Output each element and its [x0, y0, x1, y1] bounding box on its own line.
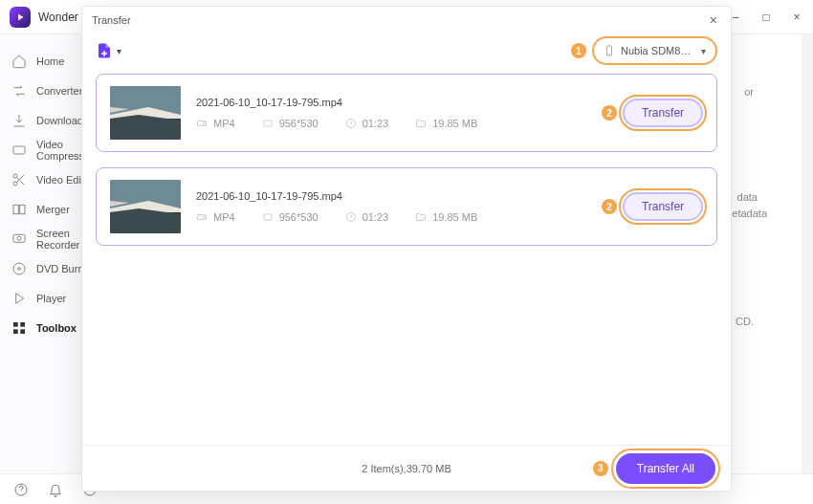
sidebar-item-label: Toolbox	[36, 322, 77, 334]
video-thumbnail	[110, 180, 181, 233]
step-badge-1: 1	[571, 43, 586, 58]
window-maximize-button[interactable]: □	[759, 11, 773, 24]
file-meta: 2021-06-10_10-17-19-795.mp4 MP4 956*530 …	[196, 190, 586, 223]
file-resolution: 956*530	[262, 118, 319, 129]
file-summary: 2 Item(s),39.70 MB	[362, 463, 451, 474]
svg-rect-12	[13, 329, 18, 334]
merge-icon	[11, 202, 27, 217]
dialog-close-button[interactable]: ×	[706, 11, 721, 30]
help-icon[interactable]	[13, 482, 29, 497]
sidebar-item-label: Merger	[36, 204, 70, 215]
svg-point-6	[17, 236, 21, 240]
transfer-button[interactable]: Transfer	[623, 99, 703, 127]
file-name: 2021-06-10_10-17-19-795.mp4	[196, 97, 586, 108]
file-resolution: 956*530	[262, 211, 319, 223]
svg-rect-13	[20, 329, 25, 334]
window-close-button[interactable]: ×	[790, 11, 803, 24]
svg-rect-5	[13, 234, 25, 242]
dimensions-icon	[262, 118, 274, 129]
dialog-toolbar: ▾ 1 Nubia SDM845-… ▾	[82, 33, 731, 68]
dialog-header: Transfer ×	[82, 7, 731, 33]
folder-icon	[415, 211, 427, 223]
app-brand: Wonder	[38, 11, 78, 24]
download-icon	[11, 113, 27, 128]
dialog-body: 2021-06-10_10-17-19-795.mp4 MP4 956*530 …	[82, 68, 731, 445]
app-logo	[10, 7, 31, 28]
chevron-down-icon: ▾	[117, 46, 121, 56]
bg-text: or	[744, 86, 754, 98]
convert-icon	[11, 83, 27, 99]
svg-rect-26	[198, 215, 205, 220]
scissors-icon	[11, 172, 27, 187]
bg-text: CD.	[736, 316, 754, 327]
file-format: MP4	[196, 211, 235, 223]
file-duration: 01:23	[345, 211, 389, 223]
step-badge-3: 3	[593, 461, 608, 476]
file-duration: 01:23	[345, 118, 389, 129]
file-row[interactable]: 2021-06-10_10-17-19-795.mp4 MP4 956*530 …	[96, 74, 717, 152]
file-row[interactable]: 2021-06-10_10-17-19-795.mp4 MP4 956*530 …	[96, 167, 717, 246]
record-icon	[11, 231, 27, 247]
disc-icon	[11, 261, 27, 276]
dialog-footer: 2 Item(s),39.70 MB 3 Transfer All	[82, 445, 731, 491]
camera-icon	[196, 211, 208, 223]
svg-rect-0	[13, 146, 25, 154]
dimensions-icon	[262, 211, 274, 223]
chevron-down-icon: ▾	[701, 46, 706, 56]
camera-icon	[196, 118, 208, 129]
svg-marker-9	[16, 293, 24, 303]
device-select[interactable]: Nubia SDM845-… ▾	[592, 36, 717, 65]
step-badge-2: 2	[602, 105, 617, 121]
file-format: MP4	[196, 118, 235, 129]
svg-rect-16	[101, 53, 107, 55]
folder-icon	[415, 118, 427, 129]
svg-rect-27	[264, 214, 272, 220]
step-badge-2: 2	[602, 199, 617, 214]
add-files-button[interactable]: ▾	[96, 42, 121, 59]
apps-icon	[11, 320, 27, 336]
transfer-all-button[interactable]: Transfer All	[616, 453, 715, 484]
bell-icon[interactable]	[48, 482, 63, 497]
file-meta: 2021-06-10_10-17-19-795.mp4 MP4 956*530 …	[196, 97, 586, 129]
clock-icon	[345, 118, 357, 129]
svg-rect-21	[198, 121, 205, 126]
svg-rect-11	[20, 322, 25, 327]
file-size: 19.85 MB	[415, 211, 477, 223]
svg-rect-4	[20, 205, 25, 213]
sidebar-item-label: Home	[36, 55, 64, 67]
video-thumbnail	[110, 86, 181, 140]
compress-icon	[11, 142, 27, 158]
svg-rect-10	[13, 322, 18, 327]
play-icon	[11, 291, 27, 306]
device-name: Nubia SDM845-…	[621, 45, 695, 56]
svg-rect-3	[13, 205, 18, 213]
phone-icon	[604, 45, 615, 56]
file-size: 19.85 MB	[415, 118, 477, 129]
bg-text: etadata	[732, 208, 767, 219]
home-icon	[11, 54, 27, 69]
transfer-button[interactable]: Transfer	[623, 192, 703, 221]
clock-icon	[345, 211, 357, 223]
transfer-dialog: Transfer × ▾ 1 Nubia SDM845-… ▾	[81, 6, 732, 492]
bg-text: data	[737, 191, 758, 203]
svg-point-7	[13, 263, 25, 274]
file-add-icon	[96, 42, 113, 59]
sidebar-item-label: Player	[36, 293, 66, 304]
svg-point-1	[13, 174, 17, 178]
svg-rect-22	[264, 121, 272, 126]
svg-point-8	[18, 267, 21, 270]
file-name: 2021-06-10_10-17-19-795.mp4	[196, 190, 586, 202]
dialog-title: Transfer	[92, 14, 131, 26]
sidebar-item-label: Converter	[36, 85, 82, 97]
svg-point-2	[13, 182, 17, 186]
